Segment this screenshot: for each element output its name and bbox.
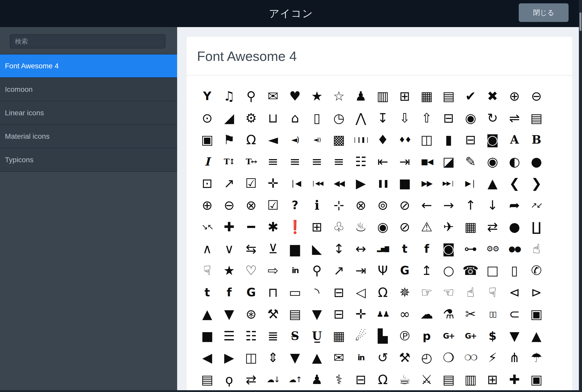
icon-money[interactable]: $ <box>482 325 504 347</box>
icon-paperclip[interactable]: ⊂ <box>504 303 525 325</box>
sidebar-item-font-awesome-4[interactable]: Font Awesome 4 <box>0 54 177 78</box>
icon-twitter[interactable]: t <box>196 282 218 304</box>
icon-magnet[interactable]: ∐ <box>525 216 547 238</box>
icon-glass[interactable]: Y <box>196 85 218 107</box>
icon-tasks[interactable]: ▤ <box>284 303 306 325</box>
icon-hand-o-down[interactable]: ☟ <box>482 282 504 304</box>
icon-gavel[interactable]: ⚒ <box>394 347 416 369</box>
icon-pencil[interactable]: ✎ <box>460 151 482 173</box>
icon-bookmark[interactable]: ▮ <box>438 129 460 151</box>
icon-font[interactable]: A <box>504 129 525 151</box>
icon-italic[interactable]: I <box>196 151 218 173</box>
icon-check[interactable]: ✔ <box>460 85 482 107</box>
icon-video-camera[interactable]: ■◀ <box>416 151 438 173</box>
icon-pause[interactable]: ❚❚ <box>372 173 394 194</box>
icon-folder-open[interactable]: ◣ <box>306 238 328 260</box>
icon-barcode[interactable]: ❘❙❚❘ <box>350 129 372 151</box>
icon-asterisk[interactable]: ✱ <box>262 216 284 238</box>
icon-search-minus[interactable]: ⊖ <box>525 85 547 107</box>
icon-plus-circle[interactable]: ⊕ <box>196 194 218 216</box>
icon-stethoscope[interactable]: ⚕ <box>328 369 350 390</box>
icon-thumbs-o-down[interactable]: ☟ <box>196 260 218 282</box>
icon-times-circle[interactable]: ⊗ <box>240 194 262 216</box>
close-button[interactable]: 閉じる <box>519 3 569 22</box>
icon-upload[interactable]: ↥ <box>416 260 438 282</box>
icon-play-circle-o[interactable]: ◉ <box>460 107 482 129</box>
icon-exclamation-circle[interactable]: ❗ <box>284 216 306 238</box>
icon-list-alt[interactable]: ▤ <box>525 107 547 129</box>
icon-globe[interactable]: ⊛ <box>240 303 262 325</box>
icon-bullhorn[interactable]: ◁ <box>350 282 372 304</box>
icon-arrow-circle-up[interactable]: ▲ <box>196 303 218 325</box>
icon-adjust[interactable]: ◐ <box>504 151 525 173</box>
sidebar-item-typicons[interactable]: Typicons <box>0 148 177 172</box>
icon-wrench[interactable]: ⚒ <box>262 303 284 325</box>
scrollbar-track[interactable] <box>579 0 582 392</box>
icon-bolt[interactable]: ⚡ <box>482 347 504 369</box>
icon-hand-o-up[interactable]: ☝ <box>460 282 482 304</box>
icon-linkedin[interactable]: in <box>350 347 372 369</box>
icon-certificate[interactable]: ✵ <box>394 282 416 304</box>
icon-suitcase[interactable]: ⊟ <box>350 369 372 390</box>
icon-caret-left[interactable]: ◀ <box>196 347 218 369</box>
icon-columns[interactable]: ◫ <box>240 347 262 369</box>
icon-crosshairs[interactable]: ⊹ <box>328 194 350 216</box>
icon-times[interactable]: ✖ <box>482 85 504 107</box>
icon-coffee[interactable]: ☕ <box>394 369 416 390</box>
icon-forward[interactable]: ▶▶ <box>416 173 438 194</box>
icon-signal[interactable]: ◢ <box>218 107 240 129</box>
icon-briefcase[interactable]: ⊟ <box>328 303 350 325</box>
icon-floppy-o[interactable]: ▣ <box>525 303 547 325</box>
icon-building-o[interactable]: ▥ <box>460 369 482 390</box>
icon-scissors[interactable]: ✂ <box>460 303 482 325</box>
icon-pencil-square-o[interactable]: ⊡ <box>196 173 218 194</box>
icon-bold[interactable]: B <box>525 129 547 151</box>
icon-chevron-down[interactable]: ∨ <box>218 238 240 260</box>
icon-arrow-up[interactable]: ↑ <box>460 194 482 216</box>
icon-list-ol[interactable]: ≣ <box>262 325 284 347</box>
icon-users[interactable]: ♟♟ <box>372 303 394 325</box>
icon-hand-o-right[interactable]: ☞ <box>416 282 438 304</box>
icon-cog[interactable]: ⚙ <box>240 107 262 129</box>
icon-trophy[interactable]: Ψ <box>372 260 394 282</box>
icon-share[interactable]: ➦ <box>504 194 525 216</box>
icon-check-circle[interactable]: ☑ <box>262 194 284 216</box>
icon-flask[interactable]: ⚗ <box>438 303 460 325</box>
icon-user[interactable]: ♟ <box>350 85 372 107</box>
icon-sort-desc[interactable]: ▼ <box>284 347 306 369</box>
sidebar-item-icomoon[interactable]: Icomoon <box>0 78 177 101</box>
icon-strikethrough[interactable]: S̶ <box>284 325 306 347</box>
icon-arrow-circle-down[interactable]: ▼ <box>218 303 240 325</box>
icon-info-circle[interactable]: ℹ <box>306 194 328 216</box>
icon-facebook-square[interactable]: f <box>416 238 438 260</box>
icon-book[interactable]: ◫ <box>416 129 438 151</box>
icon-align-center[interactable]: ≡ <box>284 151 306 173</box>
icon-star-half[interactable]: ★ <box>218 260 240 282</box>
icon-map-marker[interactable]: ◉ <box>482 151 504 173</box>
icon-camera[interactable]: ◙ <box>482 129 504 151</box>
icon-inbox[interactable]: ⊟ <box>438 107 460 129</box>
icon-thumbs-o-up[interactable]: ☝ <box>525 238 547 260</box>
sidebar-item-linear-icons[interactable]: Linear icons <box>0 101 177 125</box>
icon-files-o[interactable]: ▯▯ <box>482 303 504 325</box>
icon-bookmark-o[interactable]: ▯ <box>504 260 525 282</box>
icon-user-md[interactable]: ♟ <box>306 369 328 390</box>
icon-text-width[interactable]: T↔ <box>240 151 262 173</box>
icon-cutlery[interactable]: ⚔ <box>416 369 438 390</box>
icon-facebook[interactable]: f <box>218 282 240 304</box>
icon-cloud[interactable]: ☁ <box>416 303 438 325</box>
icon-align-justify[interactable]: ≡ <box>328 151 350 173</box>
icon-arrow-circle-right[interactable]: ⊳ <box>525 282 547 304</box>
icon-key[interactable]: ⊶ <box>460 238 482 260</box>
icon-road[interactable]: ⋀ <box>350 107 372 129</box>
icon-magic[interactable]: ☄ <box>350 325 372 347</box>
icon-file-o[interactable]: ▯ <box>306 107 328 129</box>
icon-times-circle-o[interactable]: ⊗ <box>350 194 372 216</box>
icon-random[interactable]: ⇄ <box>482 216 504 238</box>
icon-retweet[interactable]: ⇆ <box>240 238 262 260</box>
icon-clipboard[interactable]: ▤ <box>196 369 218 390</box>
icon-sitemap[interactable]: ⋔ <box>504 347 525 369</box>
icon-lightbulb-o[interactable]: ϙ <box>218 369 240 390</box>
icon-minus-circle[interactable]: ⊖ <box>218 194 240 216</box>
icon-arrows-h[interactable]: ↔ <box>350 238 372 260</box>
